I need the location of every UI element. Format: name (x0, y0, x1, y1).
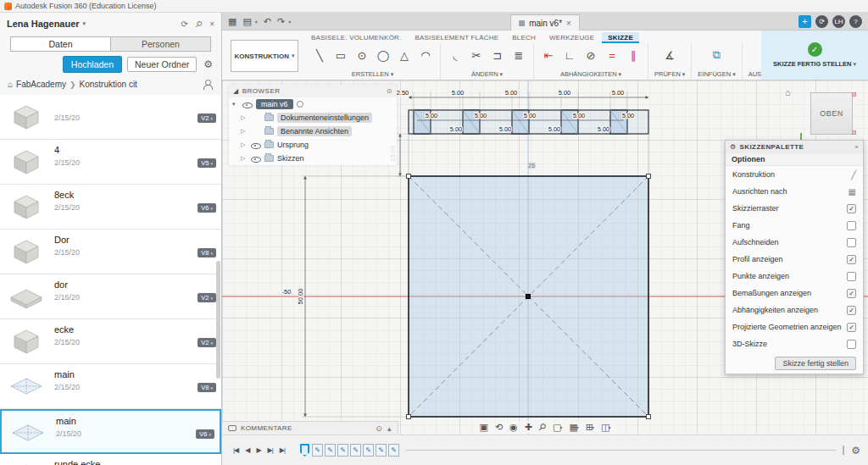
timeline-feature-sketch-4[interactable]: ✎ (350, 444, 361, 457)
timeline-feature-sketch-3[interactable]: ✎ (337, 444, 348, 457)
viewcube[interactable]: ⌂ OBEN (785, 86, 858, 141)
dimension-label[interactable]: 25 (528, 162, 535, 169)
browser-header[interactable]: ◢ BROWSER ⊙ (229, 85, 397, 97)
close-tab-icon[interactable]: × (566, 19, 571, 28)
dimension-label[interactable]: 5.00 (559, 89, 571, 97)
equal-icon[interactable]: = (604, 47, 620, 64)
document-tab[interactable]: main v6* × (510, 14, 580, 30)
viewcube-edge-handle[interactable] (852, 130, 856, 135)
model-canvas[interactable]: 2.505.005.005.005.005.005.005.005.005.00… (222, 80, 868, 435)
visibility-eye-icon[interactable] (242, 100, 253, 109)
version-badge[interactable]: V6▾ (198, 203, 216, 213)
redo-icon[interactable]: ↷ (277, 16, 285, 27)
user-name[interactable]: Lena Hagenauer (7, 19, 80, 29)
tree-collapse-icon[interactable]: ▷ (241, 128, 248, 135)
browser-node-dokumenteneinstellungen[interactable]: ▷Dokumenteneinstellungen (229, 111, 397, 125)
add-tab-button[interactable]: + (798, 15, 811, 28)
dimension-label[interactable]: 50.00 (297, 289, 304, 305)
fillet-icon[interactable]: ◟ (447, 47, 464, 64)
dimension-label[interactable]: 5.00 (452, 89, 465, 97)
list-item[interactable]: main2/15/20V6▾ (0, 409, 221, 454)
timeline-step-forward-button[interactable]: ▶| (264, 446, 276, 454)
timeline-feature-sketch-6[interactable]: ✎ (376, 444, 387, 457)
timeline-track[interactable] (406, 450, 836, 451)
browser-root-row[interactable]: ▾main v6 (229, 97, 397, 111)
list-item[interactable]: runde ecke (0, 454, 221, 465)
list-item[interactable]: main2/15/20V8▾ (0, 364, 221, 409)
version-badge[interactable]: V8▾ (198, 248, 216, 257)
tree-expand-icon[interactable]: ▾ (232, 101, 239, 108)
dimension-label[interactable]: 2.50 (397, 89, 409, 97)
sketch-dimension-icon[interactable]: ⇤ (540, 47, 557, 64)
tab-daten[interactable]: Daten (10, 36, 111, 52)
dimension-label[interactable]: 5.00 (426, 112, 438, 119)
konstruktion-icon[interactable]: ╱ (851, 170, 856, 180)
dimension-label[interactable]: 5.00 (505, 89, 518, 97)
upload-button[interactable]: Hochladen (63, 56, 122, 73)
skizzierraster-checkbox[interactable]: ✓ (847, 204, 856, 213)
tangent-icon[interactable]: ⊘ (582, 47, 599, 64)
dimension-label[interactable]: 5.00 (475, 112, 487, 119)
save-icon[interactable]: ▤ (242, 16, 251, 27)
list-scrollbar[interactable] (216, 95, 220, 463)
comments-bar[interactable]: KOMMENTARE ⊙ ▴ (222, 421, 398, 435)
browser-options-icon[interactable]: ⊙ (387, 87, 392, 95)
panel-settings-gear-icon[interactable]: ⚙ (203, 58, 213, 70)
timeline-feature-sketch-2[interactable]: ✎ (325, 444, 336, 457)
data-panel-toggle-icon[interactable]: ▦ (228, 16, 236, 27)
timeline-play-button[interactable]: ▶ (253, 446, 264, 454)
version-badge[interactable]: V5▾ (198, 158, 216, 168)
dimension-label[interactable]: 5.00 (598, 125, 610, 133)
konstruktion-dropdown[interactable]: KONSTRUKTION ▾ (231, 40, 298, 72)
circle-icon[interactable]: ◯ (375, 47, 392, 64)
tab-personen[interactable]: Personen (111, 36, 211, 52)
comment-target-icon[interactable]: ⊙ (376, 424, 382, 433)
finish-sketch-block[interactable]: ✓ SKIZZE FERTIG STELLEN ▾ (761, 30, 868, 80)
projizierte-geometrien-anzeigen-checkbox[interactable]: ✓ (847, 323, 856, 332)
orbit-icon[interactable]: ⟲ (495, 422, 503, 433)
visibility-eye-icon[interactable] (251, 141, 261, 150)
browser-root-label[interactable]: main v6 (256, 99, 293, 109)
version-badge[interactable]: V6▾ (196, 429, 214, 439)
visibility-eye-icon[interactable] (251, 154, 261, 163)
parallel-icon[interactable]: ∥ (625, 47, 642, 64)
home-icon[interactable]: ⌂ (8, 80, 13, 89)
refresh-icon[interactable]: ⟳ (181, 19, 187, 29)
undo-icon[interactable]: ↶ (264, 16, 271, 27)
version-badge[interactable]: V2▾ (198, 338, 216, 347)
viewcube-home-icon[interactable]: ⌂ (785, 87, 791, 97)
ribbon-group-label-ändern[interactable]: ÄNDERN ▾ (471, 70, 503, 78)
viewports-icon[interactable]: ◫▾ (601, 422, 610, 433)
version-badge[interactable]: V2▾ (198, 293, 216, 302)
dimension-label[interactable]: -50 (282, 288, 292, 296)
center-circle-icon[interactable]: ⊙ (353, 47, 370, 64)
job-status-icon[interactable]: ⟳ (815, 15, 828, 28)
offset-icon[interactable]: ≣ (510, 47, 527, 64)
bemaßungen-anzeigen-checkbox[interactable]: ✓ (847, 289, 856, 298)
tree-collapse-icon[interactable]: ▷ (241, 114, 248, 121)
list-item[interactable]: 2/15/20V2▾ (0, 95, 221, 140)
rectangle-icon[interactable]: ▭ (332, 47, 349, 64)
palette-header[interactable]: ⚙ SKIZZENPALETTE » (726, 141, 863, 153)
pin-icon[interactable]: » (854, 143, 859, 151)
breadcrumb-root[interactable]: FabAcademy (16, 80, 66, 89)
palette-section-optionen[interactable]: Optionen (726, 153, 863, 166)
trim-icon[interactable]: ✂ (468, 47, 485, 64)
dimension-label[interactable]: 5.00 (499, 125, 512, 133)
list-item[interactable]: Dor2/15/20V8▾ (0, 230, 221, 274)
finish-sketch-button[interactable]: Skizze fertig stellen (775, 357, 856, 370)
display-bar-icon[interactable]: ▣ (479, 422, 487, 433)
extend-icon[interactable]: ⊐ (489, 47, 506, 64)
timeline-go-start-button[interactable]: |◀ (230, 446, 242, 454)
dimension-label[interactable]: 5.00 (450, 125, 463, 133)
timeline-step-back-button[interactable]: ◀ (242, 446, 253, 454)
horizontal-vertical-icon[interactable]: ∟ (561, 47, 578, 64)
version-badge[interactable]: V2▾ (198, 113, 216, 123)
ribbon-tab-blech[interactable]: BLECH (506, 32, 542, 43)
dimension-label[interactable]: 5.00 (524, 112, 537, 119)
line-icon[interactable]: ╲ (311, 47, 328, 64)
ribbon-tab-basiselement-fläche[interactable]: BASISELEMENT FLÄCHE (409, 32, 504, 43)
timeline-position-marker[interactable] (300, 444, 309, 457)
look-at-icon[interactable]: ◉ (509, 422, 518, 433)
dimension-label[interactable]: 5.00 (573, 112, 586, 119)
